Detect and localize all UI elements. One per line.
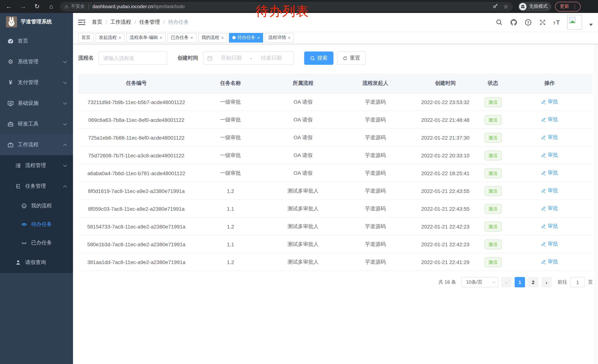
approve-button[interactable]: 审批 [541,134,558,141]
tab-my-process[interactable]: 我的流程× [198,33,227,42]
approve-button[interactable]: 审批 [541,241,558,247]
close-tab-icon[interactable]: × [191,35,193,40]
close-tab-icon[interactable]: × [221,35,224,40]
sidebar-item-my-process[interactable]: 我的流程 [0,197,73,215]
edit-pencil-icon [541,206,546,211]
sidebar-item-label: 基础设施 [18,100,64,107]
sidebar-item-devtools[interactable]: 研发工具 [0,114,73,134]
approve-button[interactable]: 审批 [541,223,558,230]
approve-button[interactable]: 审批 [541,259,558,265]
sidebar-item-system[interactable]: ⚙ 系统管理 [0,51,73,72]
sidebar-item-task-management[interactable]: 任务管理 [0,176,73,197]
sidebar-item-payment[interactable]: ¥ 支付管理 [0,72,73,93]
sidebar-item-infrastructure[interactable]: 基础设施 [0,93,73,114]
help-icon[interactable]: ? [524,18,532,26]
date-range-picker[interactable]: 开始日期 - 结束日期 [203,51,294,65]
approve-button[interactable]: 审批 [541,205,558,212]
tab-done-tasks[interactable]: 已办任务× [167,33,196,42]
address-bar[interactable]: ⚠ 不安全 dashboard.yudao.iocoder.cn/bpm/tas… [60,2,513,11]
page-button-1[interactable]: 1 [515,277,525,287]
table-row: 580e1b3d-7ac8-11ec-a9e2-a2380e71991a 1.1… [78,235,593,253]
sidebar-item-todo-tasks[interactable]: 待办任务 [0,215,73,234]
created-time-cell: 2022-01-22 23:53:32 [411,99,479,105]
reset-button[interactable]: 重置 [337,51,366,65]
prev-page-button[interactable]: ‹ [501,277,512,287]
page-button-2[interactable]: 2 [528,277,538,287]
next-page-button[interactable]: › [541,277,552,287]
browser-menu-icon[interactable]: ⋮ [572,4,577,9]
avatar-dropdown-caret[interactable] [589,24,593,26]
sidebar-item-workflow[interactable]: 工作流程 [0,134,73,155]
table-row: a6aba0a4-7b6d-11ec-b781-acde48001122 一级审… [78,164,593,182]
status-badge: 激活 [484,186,501,196]
tab-todo-tasks[interactable]: 待办任务× [229,33,263,42]
process-name-input[interactable] [99,51,167,65]
browser-home-button[interactable]: ⌂ [46,1,56,12]
approve-button[interactable]: 审批 [541,116,558,123]
approve-button[interactable]: 审批 [541,98,558,105]
browser-reload-button[interactable]: ↻ [32,1,42,12]
breadcrumb-home[interactable]: 首页 [92,19,102,25]
process-cell: 测试多审批人 [266,223,340,230]
security-chip[interactable]: ⚠ 不安全 [65,3,85,10]
sidebar-item-label: 已办任务 [31,240,66,246]
edit-pencil-icon [541,259,546,264]
fullscreen-icon[interactable] [538,18,547,26]
close-tab-icon[interactable]: × [288,35,291,40]
status-badge: 激活 [484,115,501,125]
close-tab-icon[interactable]: × [257,35,260,40]
search-button[interactable]: 搜索 [304,51,333,65]
breadcrumb-separator: / [134,19,136,25]
tab-process-form-edit[interactable]: 流程表单-编辑× [126,33,166,42]
avatar[interactable] [567,15,582,30]
breadcrumb-workflow[interactable]: 工作流程 [110,19,131,25]
sidebar-item-home[interactable]: 首页 [0,31,73,51]
edit-pencil-icon [541,224,546,229]
create-time-label: 创建时间 [177,55,198,61]
font-size-icon[interactable]: TT [553,18,561,26]
bookmark-star-icon[interactable]: ☆ [503,3,508,10]
workflow-submenu: 流程管理 任务管理 我的流程 待办任务 [0,155,73,273]
browser-back-button[interactable]: ← [4,1,14,12]
breadcrumb: 首页 / 工作流程 / 任务管理 / 待办任务 [92,19,189,25]
sidebar-item-leave-query[interactable]: 请假查询 [0,252,73,273]
approve-button[interactable]: 审批 [541,152,558,159]
action-cell: 审批 [506,187,593,194]
browser-forward-button[interactable]: → [18,1,28,12]
close-tab-icon[interactable]: × [119,35,121,40]
sidebar-collapse-icon[interactable] [78,19,85,25]
created-time-cell: 2022-01-22 18:25:41 [411,170,479,176]
task-name-cell: 一级审批 [194,116,266,123]
sidebar-item-label: 待办任务 [31,221,66,228]
browser-update-button[interactable]: 更新 ⋮ [555,2,581,11]
sidebar-logo[interactable]: 芋道管理系统 [0,13,73,31]
password-key-icon[interactable] [492,3,498,10]
sidebar-item-done-tasks[interactable]: 已办任务 [0,234,73,252]
approve-button[interactable]: 审批 [541,170,558,176]
table-row: 381aa1dd-7ac8-11ec-a9e2-a2380e71991a 1.2… [78,253,593,271]
url-host: dashboard.yudao.iocoder.cn [92,4,153,9]
tab-home[interactable]: 首页 [78,33,94,42]
created-time-cell: 2022-01-22 21:37:30 [411,135,479,140]
status-cell: 激活 [480,97,506,107]
tab-process-detail[interactable]: 流程详情× [265,33,294,42]
range-separator: - [249,55,253,61]
chevron-down-icon [63,122,67,125]
scrollbar-track[interactable] [594,44,598,364]
tab-start-process[interactable]: 发起流程× [96,33,125,42]
omnibox-divider [88,4,89,9]
goto-page-input[interactable] [570,277,585,287]
close-tab-icon[interactable]: × [160,35,162,40]
edit-pencil-icon [541,117,546,122]
action-cell: 审批 [506,205,593,212]
breadcrumb-task-management[interactable]: 任务管理 [139,19,160,25]
approve-label: 审批 [548,187,558,194]
search-icon[interactable] [495,18,503,26]
page-size-select[interactable]: 10条/页 [461,277,498,287]
created-time-cell: 2022-01-21 22:43:55 [411,206,479,212]
chevron-down-icon [63,163,67,167]
github-icon[interactable] [509,18,518,26]
sidebar-item-process-management[interactable]: 流程管理 [0,155,73,176]
task-name-cell: 一级审批 [194,170,266,177]
approve-button[interactable]: 审批 [541,187,558,194]
